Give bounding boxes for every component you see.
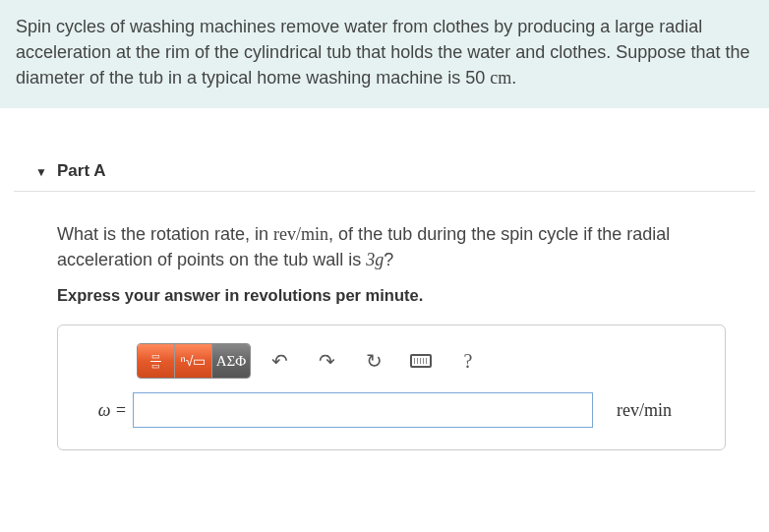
- accel-value: 3g: [366, 250, 384, 269]
- help-button[interactable]: ?: [449, 344, 487, 378]
- root-icon: ⁿ√▭: [181, 353, 207, 369]
- problem-text-pre: Spin cycles of washing machines remove w…: [16, 17, 749, 88]
- answer-unit: rev/min: [617, 400, 672, 421]
- part-a-section: ▼ Part A What is the rotation rate, in r…: [0, 151, 769, 460]
- answer-box: ▭▭ ⁿ√▭ ΑΣΦ ↶ ↷ ↻: [57, 325, 726, 450]
- problem-text-post: .: [511, 68, 516, 88]
- collapse-icon[interactable]: ▼: [35, 165, 47, 179]
- problem-statement: Spin cycles of washing machines remove w…: [0, 0, 769, 108]
- fraction-button[interactable]: ▭▭: [138, 344, 175, 378]
- diameter-unit: cm: [490, 68, 511, 88]
- fraction-icon: ▭▭: [150, 352, 161, 371]
- template-group: ▭▭ ⁿ√▭ ΑΣΦ: [137, 343, 251, 379]
- undo-icon: ↶: [271, 349, 288, 373]
- answer-row: ω = rev/min: [80, 392, 703, 428]
- reset-button[interactable]: ↻: [355, 344, 392, 378]
- greek-button[interactable]: ΑΣΦ: [212, 344, 250, 378]
- help-icon: ?: [464, 350, 473, 373]
- greek-icon: ΑΣΦ: [216, 353, 247, 370]
- unit-inline: rev/min: [273, 224, 328, 244]
- keyboard-button[interactable]: [402, 344, 440, 378]
- reset-icon: ↻: [366, 349, 383, 373]
- keyboard-icon: [410, 354, 432, 368]
- part-a-header[interactable]: ▼ Part A: [14, 151, 755, 192]
- variable-label: ω =: [80, 400, 127, 421]
- redo-icon: ↷: [319, 349, 335, 373]
- root-button[interactable]: ⁿ√▭: [175, 344, 212, 378]
- part-label: Part A: [57, 161, 105, 180]
- question-text: What is the rotation rate, in rev/min, o…: [57, 221, 745, 272]
- redo-button[interactable]: ↷: [308, 344, 345, 378]
- undo-button[interactable]: ↶: [261, 344, 298, 378]
- answer-input[interactable]: [133, 392, 593, 428]
- part-a-body: What is the rotation rate, in rev/min, o…: [14, 192, 755, 460]
- answer-instruction: Express your answer in revolutions per m…: [57, 286, 745, 305]
- equation-toolbar: ▭▭ ⁿ√▭ ΑΣΦ ↶ ↷ ↻: [137, 343, 703, 379]
